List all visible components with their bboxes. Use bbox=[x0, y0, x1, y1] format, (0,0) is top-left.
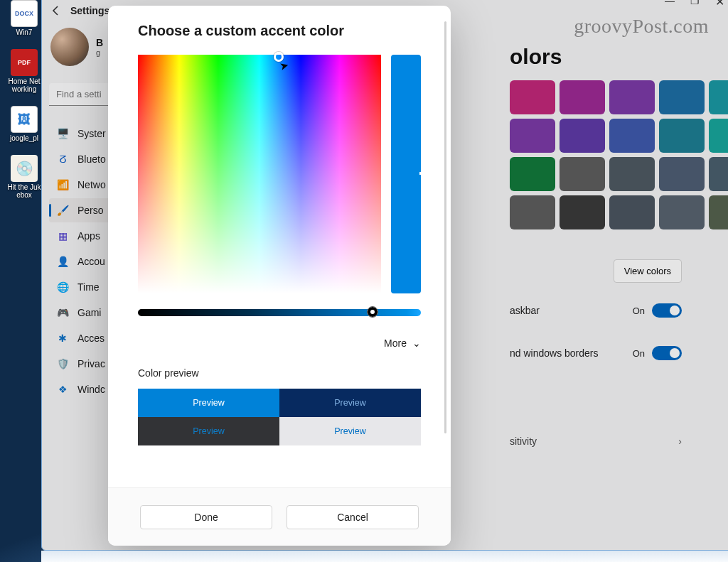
preview-tile-light-bg: Preview bbox=[279, 417, 421, 445]
more-expander[interactable]: More ⌄ bbox=[138, 337, 421, 349]
value-slider-knob[interactable] bbox=[367, 306, 378, 318]
color-preview-grid: Preview Preview Preview Preview bbox=[138, 389, 421, 445]
desktop-icon[interactable]: PDF Home Networking bbox=[6, 49, 43, 93]
preview-notch bbox=[419, 172, 422, 175]
color-picker-dialog: Choose a custom accent color ➤ More ⌄ Co… bbox=[108, 6, 451, 546]
cursor-icon: ➤ bbox=[278, 58, 290, 73]
desktop-icon[interactable]: DOCX Win7 bbox=[6, 0, 43, 36]
docx-icon: DOCX bbox=[11, 0, 38, 27]
desktop-icon-label: Hit the Jukebox bbox=[6, 183, 43, 199]
desktop-icon[interactable]: 🖼 joogle_pl bbox=[6, 106, 43, 142]
chevron-down-icon: ⌄ bbox=[412, 337, 421, 349]
dialog-title: Choose a custom accent color bbox=[138, 23, 421, 39]
disc-icon: 💿 bbox=[11, 155, 38, 182]
preview-tile-light-accent: Preview bbox=[138, 389, 279, 417]
dialog-footer: Done Cancel bbox=[108, 487, 451, 546]
desktop-icons: DOCX Win7 PDF Home Networking 🖼 joogle_p… bbox=[6, 0, 43, 199]
color-preview-label: Color preview bbox=[138, 367, 421, 379]
current-color-preview bbox=[391, 55, 421, 293]
desktop-icon-label: Win7 bbox=[16, 28, 33, 36]
more-label: More bbox=[384, 337, 407, 349]
desktop-icon[interactable]: 💿 Hit the Jukebox bbox=[6, 155, 43, 199]
image-icon: 🖼 bbox=[11, 106, 38, 133]
cancel-button[interactable]: Cancel bbox=[287, 505, 419, 529]
pdf-icon: PDF bbox=[11, 49, 38, 76]
taskbar[interactable] bbox=[41, 551, 728, 562]
dialog-scrollbar[interactable] bbox=[444, 21, 446, 433]
done-button[interactable]: Done bbox=[140, 505, 272, 529]
preview-tile-dark-bg: Preview bbox=[138, 417, 279, 445]
color-spectrum[interactable]: ➤ bbox=[138, 55, 381, 293]
desktop-icon-label: joogle_pl bbox=[10, 134, 38, 142]
desktop-icon-label: Home Networking bbox=[6, 77, 43, 93]
value-slider[interactable] bbox=[138, 309, 421, 316]
preview-tile-dark-accent: Preview bbox=[279, 389, 421, 417]
